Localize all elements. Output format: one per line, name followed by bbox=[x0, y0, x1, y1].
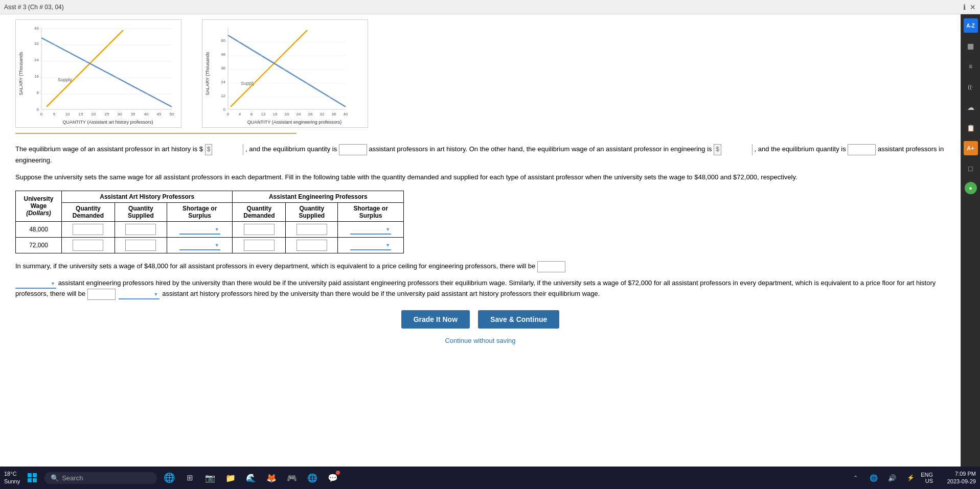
task-view-icon[interactable]: ⊞ bbox=[181, 470, 198, 486]
start-button[interactable] bbox=[24, 470, 40, 486]
taskbar-search[interactable]: 🔍 Search bbox=[44, 472, 157, 484]
globe-taskbar-icon[interactable]: 🌐 bbox=[161, 470, 177, 486]
text-icon: ≡ bbox=[969, 63, 972, 70]
engineering-wage-input[interactable] bbox=[721, 144, 752, 155]
svg-text:8: 8 bbox=[250, 112, 253, 117]
close-button[interactable]: ✕ bbox=[970, 3, 976, 11]
ah-qty-demanded-72000-input[interactable] bbox=[73, 240, 103, 251]
page-content: SALARY (Thousands 0 8 16 24 32 40 bbox=[0, 14, 961, 467]
summary-ah-qty-input[interactable] bbox=[87, 289, 116, 300]
table-section: UniversityWage(Dollars) Assistant Art Hi… bbox=[15, 191, 945, 253]
firefox-taskbar-icon[interactable]: 🦊 bbox=[263, 470, 280, 486]
eng-qty-supplied-72000-input[interactable] bbox=[297, 240, 327, 251]
q1-text-c: assistant professors in art history. On … bbox=[369, 145, 714, 153]
svg-text:24: 24 bbox=[34, 58, 39, 62]
ah-shortage-48000: Shortage Surplus bbox=[167, 221, 233, 237]
text-sidebar-icon[interactable]: ≡ bbox=[964, 59, 978, 74]
chart-art-history-svg: SALARY (Thousands 0 8 16 24 32 40 bbox=[18, 22, 177, 125]
save-button[interactable]: Save & Continue bbox=[478, 310, 559, 329]
ah-shortage-48000-wrapper: Shortage Surplus bbox=[179, 224, 220, 235]
main-content: SALARY (Thousands 0 8 16 24 32 40 bbox=[0, 14, 980, 467]
summary-ah-direction-wrapper: fewer more bbox=[119, 289, 159, 299]
university-wage-header: UniversityWage(Dollars) bbox=[16, 191, 62, 221]
battery-tray-icon[interactable]: ⚡ bbox=[902, 470, 919, 486]
svg-rect-58 bbox=[28, 473, 32, 477]
eng-qty-supplied-48000-input[interactable] bbox=[297, 224, 327, 235]
ah-shortage-72000: Shortage Surplus bbox=[167, 237, 233, 253]
summary-eng-direction-select[interactable]: fewer more bbox=[15, 278, 56, 289]
svg-text:16: 16 bbox=[34, 74, 39, 79]
grade-sidebar-icon[interactable]: A+ bbox=[964, 141, 978, 155]
chrome-taskbar-icon[interactable]: 🌐 bbox=[304, 470, 321, 486]
wifi-icon: ((· bbox=[968, 84, 973, 90]
eng-qty-supplied-48000 bbox=[286, 221, 338, 237]
circle-icon: ● bbox=[969, 185, 972, 191]
svg-text:8: 8 bbox=[37, 90, 39, 95]
buttons-section: Grade It Now Save & Continue Continue wi… bbox=[15, 310, 945, 344]
doc-sidebar-icon[interactable]: 📋 bbox=[964, 121, 978, 135]
folder-taskbar-icon[interactable]: 📁 bbox=[222, 470, 239, 486]
art-history-header: Assistant Art History Professors bbox=[62, 191, 233, 202]
grade-button[interactable]: Grade It Now bbox=[401, 310, 470, 329]
svg-text:5: 5 bbox=[53, 112, 56, 117]
svg-text:48: 48 bbox=[221, 52, 225, 57]
edge-icon: 🌊 bbox=[246, 473, 256, 483]
network-tray-icon[interactable]: 🌐 bbox=[865, 470, 882, 486]
wage-table: UniversityWage(Dollars) Assistant Art Hi… bbox=[15, 191, 404, 253]
ah-qty-demanded-header: QuantityDemanded bbox=[62, 202, 115, 221]
ah-qty-demanded-72000 bbox=[62, 237, 115, 253]
svg-rect-59 bbox=[33, 473, 37, 477]
az-sidebar-icon[interactable]: A-Z bbox=[964, 18, 978, 33]
windows-logo-icon bbox=[27, 473, 37, 483]
svg-text:10: 10 bbox=[65, 112, 70, 117]
svg-text:25: 25 bbox=[105, 112, 109, 117]
svg-line-50 bbox=[231, 30, 307, 107]
engineering-qty-input[interactable] bbox=[848, 144, 876, 155]
search-icon: 🔍 bbox=[51, 474, 59, 482]
up-arrow-tray[interactable]: ⌃ bbox=[847, 470, 863, 486]
layers-sidebar-icon[interactable]: ▦ bbox=[964, 39, 978, 53]
svg-text:0: 0 bbox=[223, 107, 226, 112]
ah-qty-supplied-48000-input[interactable] bbox=[125, 224, 156, 235]
art-history-qty-input[interactable] bbox=[339, 144, 367, 155]
eng-qty-demanded-72000-input[interactable] bbox=[244, 240, 275, 251]
eng-qty-demanded-48000-input[interactable] bbox=[244, 224, 275, 235]
svg-text:32: 32 bbox=[34, 41, 39, 46]
art-history-wage-input[interactable] bbox=[212, 144, 243, 155]
eng-shortage-72000-select[interactable]: Shortage Surplus bbox=[350, 240, 391, 250]
svg-text:30: 30 bbox=[118, 112, 122, 117]
svg-text:QUANTITY (Assistant art histor: QUANTITY (Assistant art history professo… bbox=[63, 120, 153, 125]
svg-text:40: 40 bbox=[344, 112, 348, 117]
svg-text:40: 40 bbox=[34, 26, 39, 31]
engineering-header: Assistant Engineering Professors bbox=[233, 191, 404, 202]
ah-qty-demanded-48000-input[interactable] bbox=[73, 224, 103, 235]
continue-link[interactable]: Continue without saving bbox=[445, 337, 515, 344]
xbox-taskbar-icon[interactable]: 🎮 bbox=[284, 470, 300, 486]
ah-shortage-72000-select[interactable]: Shortage Surplus bbox=[179, 240, 220, 250]
svg-text:40: 40 bbox=[144, 112, 149, 117]
speaker-tray-icon[interactable]: 🔊 bbox=[884, 470, 900, 486]
ah-qty-supplied-72000-input[interactable] bbox=[125, 240, 156, 251]
wifi-sidebar-icon[interactable]: ((· bbox=[964, 80, 978, 94]
taskbar: 18°C Sunny 🔍 Search 🌐 ⊞ 📷 📁 🌊 🦊 🎮 bbox=[0, 467, 980, 489]
engineering-wage-input-wrapper: $ bbox=[714, 144, 753, 155]
table-row-48000: 48,000 Shortage Surplus bbox=[16, 221, 404, 237]
edge-taskbar-icon[interactable]: 🌊 bbox=[243, 470, 259, 486]
circle-sidebar-icon[interactable]: ● bbox=[965, 182, 977, 194]
summary-eng-qty-input[interactable] bbox=[537, 261, 565, 272]
camera-taskbar-icon[interactable]: 📷 bbox=[202, 470, 218, 486]
eng-qty-supplied-72000 bbox=[286, 237, 338, 253]
svg-line-21 bbox=[47, 30, 123, 107]
ah-shortage-48000-select[interactable]: Shortage Surplus bbox=[179, 224, 220, 235]
svg-text:32: 32 bbox=[320, 112, 325, 117]
info-button[interactable]: ℹ bbox=[963, 3, 966, 11]
discord-taskbar-icon[interactable]: 💬 bbox=[325, 470, 341, 486]
eng-shortage-48000-select[interactable]: Shortage Surplus bbox=[350, 224, 391, 235]
summary-ah-direction-select[interactable]: fewer more bbox=[119, 289, 159, 299]
cloud-sidebar-icon[interactable]: ☁ bbox=[964, 100, 978, 114]
chat-sidebar-icon[interactable]: □ bbox=[964, 161, 978, 176]
question-para2: Suppose the university sets the same wag… bbox=[15, 172, 945, 183]
system-tray: ⌃ 🌐 🔊 ⚡ ENG US 7:09 PM 2023-09-29 bbox=[847, 470, 976, 486]
ah-qty-demanded-48000 bbox=[62, 221, 115, 237]
ah-shortage-header: Shortage orSurplus bbox=[167, 202, 233, 221]
